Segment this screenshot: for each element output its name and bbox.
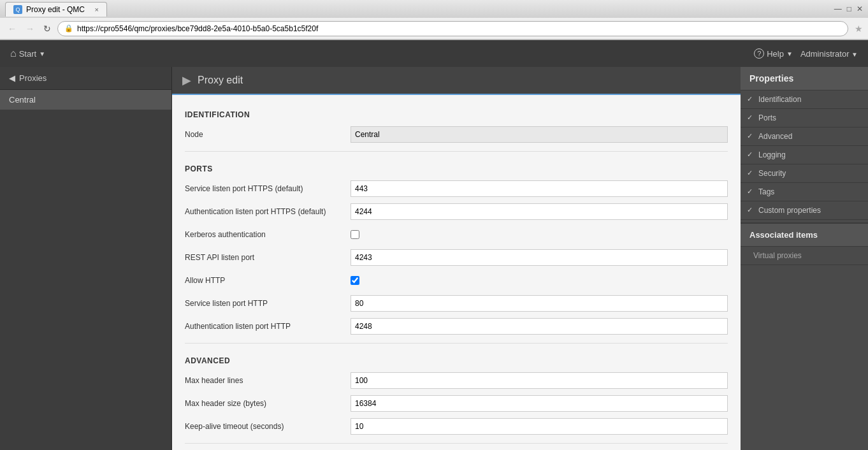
bookmark-star-icon[interactable]: ★ — [855, 24, 863, 34]
service-listen-https-group: Service listen port HTTPS (default) — [185, 180, 728, 198]
auth-listen-https-input[interactable] — [351, 203, 728, 220]
check-icon: ✓ — [747, 150, 753, 159]
rest-api-label: REST API listen port — [185, 253, 351, 262]
main-layout: ◀ Proxies Central ▶ Proxy edit IDENTIFIC… — [0, 67, 868, 450]
properties-panel: Properties ✓ Identification ✓ Ports ✓ Ad… — [741, 67, 868, 450]
property-item-logging[interactable]: ✓ Logging — [741, 146, 868, 164]
close-window-button[interactable]: ✕ — [857, 4, 863, 13]
app-header-right: ? Help ▼ Administrator ▼ — [754, 48, 858, 59]
admin-label: Administrator — [800, 49, 850, 59]
sidebar-back-label: Proxies — [19, 73, 47, 83]
properties-panel-title: Properties — [741, 67, 868, 91]
sidebar: ◀ Proxies Central — [0, 67, 172, 450]
check-icon: ✓ — [747, 113, 753, 122]
refresh-button[interactable]: ↻ — [41, 22, 54, 35]
ports-divider — [185, 151, 728, 152]
back-button[interactable]: ← — [5, 22, 19, 35]
service-listen-https-input[interactable] — [351, 180, 728, 197]
property-label-custom-properties: Custom properties — [758, 206, 821, 215]
allow-http-checkbox[interactable] — [351, 276, 359, 285]
back-arrow-icon: ◀ — [9, 73, 15, 83]
admin-chevron-icon: ▼ — [851, 51, 858, 58]
associated-item-virtual-proxies[interactable]: Virtual proxies — [741, 247, 868, 265]
proxy-icon: ▶ — [182, 73, 191, 87]
home-icon: ⌂ — [10, 48, 17, 59]
browser-chrome: Q Proxy edit - QMC × — □ ✕ ← → ↻ 🔒 ★ — [0, 0, 868, 40]
help-button[interactable]: ? Help ▼ — [754, 48, 793, 59]
url-input[interactable] — [77, 24, 841, 33]
service-listen-http-group: Service listen port HTTP — [185, 294, 728, 312]
start-chevron-icon: ▼ — [39, 50, 45, 57]
service-listen-http-input[interactable] — [351, 295, 728, 312]
node-label: Node — [185, 130, 351, 139]
kerberos-label: Kerberos authentication — [185, 230, 351, 239]
check-icon: ✓ — [747, 169, 753, 177]
browser-toolbar: ← → ↻ 🔒 ★ — [0, 18, 868, 40]
tab-close-button[interactable]: × — [95, 6, 99, 13]
property-item-ports[interactable]: ✓ Ports — [741, 109, 868, 127]
start-button[interactable]: ⌂ Start ▼ — [10, 48, 45, 59]
max-header-lines-input[interactable] — [351, 372, 728, 389]
help-circle-icon: ? — [754, 48, 764, 59]
max-header-lines-group: Max header lines — [185, 372, 728, 389]
property-item-identification[interactable]: ✓ Identification — [741, 91, 868, 109]
auth-listen-http-group: Authentication listen port HTTP — [185, 317, 728, 335]
node-field-group: Node — [185, 126, 728, 143]
keepalive-group: Keep-alive timeout (seconds) — [185, 417, 728, 435]
max-header-size-label: Max header size (bytes) — [185, 399, 351, 408]
sidebar-item-label: Central — [9, 95, 36, 105]
property-item-custom-properties[interactable]: ✓ Custom properties — [741, 201, 868, 220]
check-icon: ✓ — [747, 132, 753, 140]
minimize-button[interactable]: — — [834, 4, 842, 13]
sidebar-back-link[interactable]: ◀ Proxies — [0, 67, 171, 90]
auth-listen-http-input[interactable] — [351, 318, 728, 335]
rest-api-input[interactable] — [351, 249, 728, 266]
content-area: ▶ Proxy edit IDENTIFICATION Node PORTS S… — [172, 67, 741, 450]
auth-listen-https-group: Authentication listen port HTTPS (defaul… — [185, 203, 728, 221]
ports-section-title: PORTS — [185, 159, 728, 173]
start-label: Start — [19, 49, 36, 59]
advanced-section-title: ADVANCED — [185, 351, 728, 365]
max-header-lines-label: Max header lines — [185, 376, 351, 385]
node-input[interactable] — [351, 126, 728, 143]
form-content: IDENTIFICATION Node PORTS Service listen… — [172, 95, 741, 450]
sidebar-item-central[interactable]: Central — [0, 90, 171, 110]
allow-http-label: Allow HTTP — [185, 276, 351, 285]
check-icon: ✓ — [747, 95, 753, 103]
property-label-ports: Ports — [758, 113, 776, 122]
page-title: Proxy edit — [198, 75, 243, 86]
max-header-size-group: Max header size (bytes) — [185, 395, 728, 412]
logging-divider — [185, 443, 728, 444]
browser-tab[interactable]: Q Proxy edit - QMC × — [5, 2, 107, 17]
tab-favicon: Q — [13, 5, 22, 14]
property-item-tags[interactable]: ✓ Tags — [741, 183, 868, 201]
auth-listen-https-label: Authentication listen port HTTPS (defaul… — [185, 207, 351, 216]
help-label: Help — [767, 49, 784, 59]
property-item-advanced[interactable]: ✓ Advanced — [741, 127, 868, 146]
keepalive-input[interactable] — [351, 418, 728, 435]
tab-title: Proxy edit - QMC — [26, 5, 85, 14]
virtual-proxies-label: Virtual proxies — [753, 251, 802, 260]
property-item-security[interactable]: ✓ Security — [741, 164, 868, 183]
address-bar: 🔒 — [57, 21, 848, 36]
maximize-button[interactable]: □ — [847, 4, 851, 13]
forward-button[interactable]: → — [23, 22, 37, 35]
kerberos-checkbox[interactable] — [351, 230, 359, 239]
property-label-logging: Logging — [758, 150, 786, 159]
service-listen-http-label: Service listen port HTTP — [185, 299, 351, 308]
kerberos-group: Kerberos authentication — [185, 226, 728, 243]
allow-http-group: Allow HTTP — [185, 272, 728, 289]
property-label-security: Security — [758, 169, 786, 178]
check-icon: ✓ — [747, 187, 753, 196]
associated-items-title: Associated items — [741, 222, 868, 247]
rest-api-group: REST API listen port — [185, 249, 728, 266]
admin-button[interactable]: Administrator ▼ — [800, 49, 858, 59]
identification-section-title: IDENTIFICATION — [185, 105, 728, 119]
advanced-divider — [185, 343, 728, 344]
property-label-identification: Identification — [758, 95, 801, 104]
max-header-size-input[interactable] — [351, 395, 728, 412]
auth-listen-http-label: Authentication listen port HTTP — [185, 322, 351, 331]
browser-titlebar: Q Proxy edit - QMC × — □ ✕ — [0, 0, 868, 18]
app-header: ⌂ Start ▼ ? Help ▼ Administrator ▼ — [0, 40, 868, 67]
property-label-tags: Tags — [758, 187, 774, 196]
